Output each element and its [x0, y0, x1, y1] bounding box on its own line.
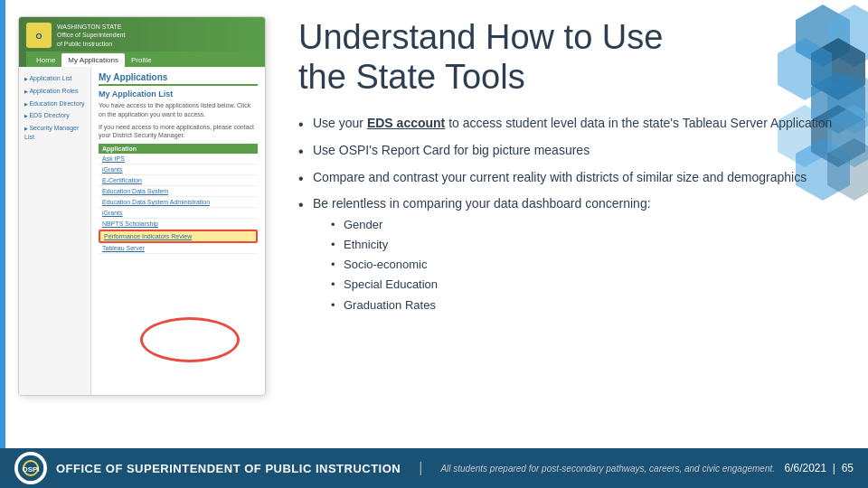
browser-mockup: O WASHINGTON STATE Office of Superintend… [18, 16, 266, 396]
right-panel: Understand How to Use the State Tools Us… [280, 0, 868, 448]
sidebar-item-eds-dir[interactable]: EDS Directory [23, 109, 87, 122]
ospi-nav: Home My Applications Profile [26, 52, 258, 67]
eds-link[interactable]: EDS account [367, 116, 445, 130]
app-table-header: Application [99, 144, 258, 154]
browser-desc-1: You have access to the applications list… [99, 101, 258, 119]
bottom-bar: OSPI OFFICE OF SUPERINTENDENT OF PUBLIC … [0, 448, 868, 488]
app-row-tableau[interactable]: Tableau Server [99, 243, 258, 254]
ospi-logo-text: WASHINGTON STATE Office of Superintenden… [57, 23, 125, 47]
ospi-header: O WASHINGTON STATE Office of Superintend… [19, 17, 265, 67]
bullet-2: Use OSPI's Report Card for big picture m… [298, 142, 841, 160]
nav-home[interactable]: Home [30, 53, 61, 67]
browser-main-title: My Applications [99, 72, 258, 86]
sidebar-item-edu-dir[interactable]: Education Directory [23, 98, 87, 110]
sub-bullet-socioeconomic: Socio-economic [331, 257, 841, 273]
bullet-1: Use your EDS account to access student l… [298, 115, 841, 133]
svg-text:OSPI: OSPI [22, 465, 39, 474]
sub-bullet-ethnicity: Ethnicity [331, 237, 841, 253]
sub-bullet-graduation: Graduation Rates [331, 297, 841, 314]
bullet-4: Be relentless in comparing your data das… [298, 195, 841, 314]
footer-divider: | [419, 460, 422, 476]
app-row-igrants2[interactable]: iGrants [99, 208, 258, 219]
nav-profile[interactable]: Profile [125, 53, 158, 67]
sidebar-item-app-roles[interactable]: Application Roles [23, 85, 87, 98]
slide-title: Understand How to Use the State Tools [298, 18, 841, 97]
sub-bullet-gender: Gender [331, 217, 841, 233]
sidebar-item-security[interactable]: Security Manager List [23, 122, 87, 144]
browser-desc-2: If you need access to more applications,… [99, 123, 258, 141]
ospi-logo-row: O WASHINGTON STATE Office of Superintend… [26, 23, 258, 48]
app-row-eds[interactable]: Education Data System [99, 186, 258, 197]
sidebar-item-app-list[interactable]: Application List [23, 72, 87, 85]
footer-title: OFFICE OF SUPERINTENDENT OF PUBLIC INSTR… [56, 462, 401, 475]
sub-bullet-list: Gender Ethnicity Socio-economic Special … [313, 213, 841, 314]
main-content: O WASHINGTON STATE Office of Superintend… [0, 0, 868, 448]
left-panel: O WASHINGTON STATE Office of Superintend… [0, 0, 280, 448]
bullet-3: Compare and contrast your current realit… [298, 169, 841, 187]
footer-tagline: All students prepared for post-secondary… [440, 464, 775, 474]
app-row-ecert[interactable]: E-Certification [99, 175, 258, 186]
sub-bullet-special-ed: Special Education [331, 277, 841, 293]
app-row-igrants[interactable]: iGrants [99, 164, 258, 175]
ospi-footer-logo: OSPI [14, 452, 47, 484]
app-row-perf-indicators[interactable]: Performance Indicators Review [99, 230, 258, 243]
browser-sidebar: Application List Application Roles Educa… [19, 67, 91, 396]
svg-text:O: O [35, 32, 42, 41]
app-row-eds-admin[interactable]: Education Data System Administration [99, 197, 258, 208]
app-row-askips[interactable]: Ask IPS [99, 154, 258, 164]
nav-my-applications[interactable]: My Applications [61, 53, 125, 67]
browser-body: Application List Application Roles Educa… [19, 67, 265, 396]
footer-page-info: 6/6/2021 | 65 [784, 462, 854, 474]
ospi-logo-icon: O [26, 23, 52, 48]
bullet-list: Use your EDS account to access student l… [298, 115, 841, 313]
browser-main-area: My Applications My Application List You … [91, 67, 265, 396]
browser-main-subtitle: My Application List [99, 89, 258, 99]
app-row-nbpts[interactable]: NBPTS Scholarship [99, 219, 258, 230]
bottom-bar-left: OSPI OFFICE OF SUPERINTENDENT OF PUBLIC … [14, 452, 775, 484]
